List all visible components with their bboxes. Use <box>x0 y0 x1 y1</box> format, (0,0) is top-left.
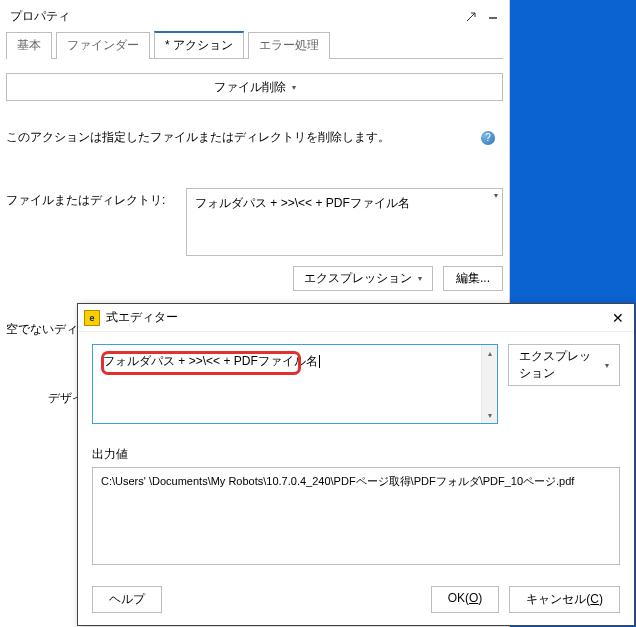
cancel-button[interactable]: キャンセル(C) <box>509 586 620 613</box>
action-description: このアクションは指定したファイルまたはディレクトリを削除します。 <box>6 129 390 146</box>
dialog-title: 式エディター <box>106 309 178 326</box>
tab-error[interactable]: エラー処理 <box>248 32 330 59</box>
dialog-footer: ヘルプ OK(O) キャンセル(C) <box>78 578 634 625</box>
expression-type-button[interactable]: エクスプレッション <box>293 266 433 291</box>
text-cursor <box>319 355 320 368</box>
app-icon: e <box>84 310 100 326</box>
help-icon[interactable]: ? <box>481 131 495 145</box>
tabstrip: 基本 ファインダー * アクション エラー処理 <box>6 31 503 59</box>
file-field-value[interactable]: フォルダパス + >>\<< + PDFファイル名 ▾ <box>186 188 503 256</box>
expression-text: フォルダパス + >>\<< + PDFファイル名 <box>103 354 318 368</box>
dialog-titlebar[interactable]: e 式エディター ✕ <box>78 304 634 332</box>
ok-button[interactable]: OK(O) <box>431 586 500 613</box>
expression-textarea[interactable]: フォルダパス + >>\<< + PDFファイル名 <box>93 345 481 423</box>
action-selector[interactable]: ファイル削除 <box>6 73 503 101</box>
tab-basic[interactable]: 基本 <box>6 32 52 59</box>
file-field-row: ファイルまたはディレクトリ: フォルダパス + >>\<< + PDFファイル名… <box>6 188 503 256</box>
file-field-text: フォルダパス + >>\<< + PDFファイル名 <box>195 196 410 210</box>
output-label: 出力値 <box>92 446 620 463</box>
action-selector-label: ファイル削除 <box>214 79 286 96</box>
expression-type-label-dialog: エクスプレッション <box>519 348 599 382</box>
chevron-down-icon[interactable]: ▾ <box>494 191 498 200</box>
edit-button[interactable]: 編集... <box>443 266 503 291</box>
expression-input[interactable]: フォルダパス + >>\<< + PDFファイル名 ▴ ▾ <box>92 344 498 424</box>
expression-row: フォルダパス + >>\<< + PDFファイル名 ▴ ▾ エクスプレッション <box>92 344 620 424</box>
scroll-up-icon[interactable]: ▴ <box>482 345 498 361</box>
scrollbar[interactable]: ▴ ▾ <box>481 345 497 423</box>
description-row: このアクションは指定したファイルまたはディレクトリを削除します。 ? <box>6 129 503 146</box>
close-icon[interactable]: ✕ <box>608 310 628 326</box>
output-value-box: C:\Users' \Documents\My Robots\10.7.0.4_… <box>92 467 620 565</box>
file-field-label: ファイルまたはディレクトリ: <box>6 188 176 209</box>
tab-action[interactable]: * アクション <box>154 31 244 58</box>
panel-header: プロパティ <box>6 6 503 31</box>
tab-finder[interactable]: ファインダー <box>56 32 150 59</box>
dialog-body: フォルダパス + >>\<< + PDFファイル名 ▴ ▾ エクスプレッション … <box>78 332 634 578</box>
detach-icon[interactable] <box>465 11 477 23</box>
panel-title: プロパティ <box>10 8 70 25</box>
minimize-icon[interactable] <box>487 11 499 23</box>
expression-type-label: エクスプレッション <box>304 270 412 287</box>
help-button[interactable]: ヘルプ <box>92 586 162 613</box>
output-value-text: C:\Users' \Documents\My Robots\10.7.0.4_… <box>101 475 574 487</box>
expression-editor-dialog: e 式エディター ✕ フォルダパス + >>\<< + PDFファイル名 ▴ ▾… <box>77 303 635 626</box>
field-buttons: エクスプレッション 編集... <box>6 266 503 291</box>
expression-type-button-dialog[interactable]: エクスプレッション <box>508 344 620 386</box>
scroll-down-icon[interactable]: ▾ <box>482 407 498 423</box>
